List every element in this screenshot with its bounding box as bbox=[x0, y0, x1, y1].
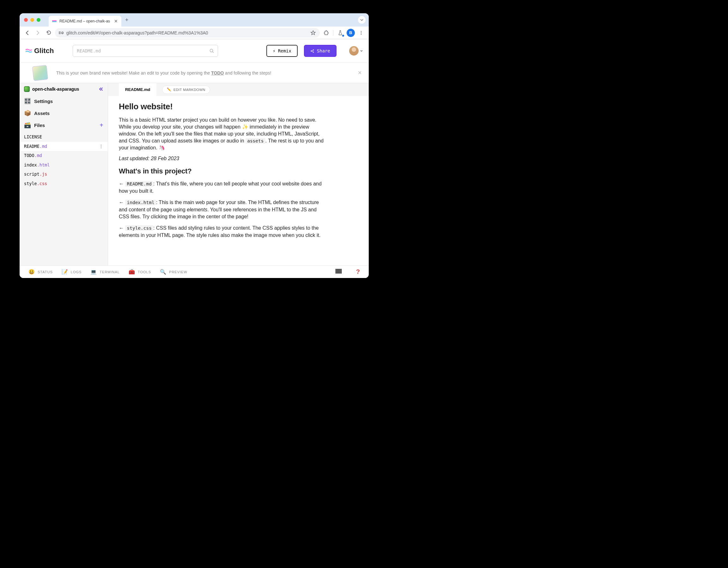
banner-text-pre: This is your own brand new website! Make… bbox=[56, 70, 211, 76]
sidebar-item-files[interactable]: 🗃️ Files + bbox=[20, 119, 108, 131]
chrome-menu-button[interactable] bbox=[357, 28, 366, 37]
footer-logs[interactable]: 📝 LOGS bbox=[62, 269, 82, 275]
assets-label: Assets bbox=[34, 111, 50, 116]
pencil-icon: ✏️ bbox=[167, 88, 172, 92]
file-name: LICENSE bbox=[24, 134, 42, 141]
keyboard-icon[interactable] bbox=[336, 269, 342, 275]
browser-tab[interactable]: README.md – open-chalk-as ✕ bbox=[49, 16, 121, 27]
project-name: open-chalk-asparagus bbox=[32, 87, 79, 92]
files-label: Files bbox=[34, 123, 45, 128]
status-label: STATUS bbox=[38, 270, 53, 274]
glitch-footer: 😃 STATUS 📝 LOGS 💻 TERMINAL 🧰 TOOLS 🔍 PRE… bbox=[20, 265, 369, 278]
tab-favicon-icon bbox=[52, 19, 57, 24]
sidebar-item-assets[interactable]: 📦 Assets bbox=[20, 107, 108, 119]
svg-rect-3 bbox=[59, 33, 61, 33]
profile-button[interactable]: B bbox=[347, 29, 355, 37]
editor-content: Hello website! This is a basic HTML star… bbox=[108, 96, 369, 265]
sidebar-item-settings[interactable]: 🎛️ Settings bbox=[20, 95, 108, 107]
logs-label: LOGS bbox=[71, 270, 82, 274]
file-name: script bbox=[24, 171, 39, 178]
remix-label: Remix bbox=[278, 48, 291, 53]
glitch-logo[interactable]: Glitch bbox=[25, 47, 54, 55]
arrow-icon: ← bbox=[119, 225, 124, 231]
chrome-toolbar: glitch.com/edit/#!/open-chalk-asparagus?… bbox=[20, 27, 369, 39]
banner-todo-link[interactable]: TODO bbox=[211, 70, 224, 76]
svg-rect-1 bbox=[52, 21, 57, 22]
back-button[interactable] bbox=[23, 28, 32, 37]
file-item-index[interactable]: index.html bbox=[20, 160, 108, 170]
glitch-logo-text: Glitch bbox=[34, 47, 54, 55]
share-label: Share bbox=[317, 48, 330, 53]
remix-button[interactable]: ⚡ Remix bbox=[266, 45, 298, 57]
footer-terminal[interactable]: 💻 TERMINAL bbox=[90, 269, 120, 275]
file-item-todo[interactable]: TODO.md bbox=[20, 151, 108, 160]
intro-banner: This is your own brand new website! Make… bbox=[20, 63, 369, 83]
file-item-license[interactable]: LICENSE bbox=[20, 132, 108, 142]
banner-text: This is your own brand new website! Make… bbox=[56, 70, 360, 76]
project-selector[interactable]: open-chalk-asparagus bbox=[20, 83, 108, 95]
close-window-button[interactable] bbox=[24, 18, 28, 22]
svg-point-10 bbox=[210, 49, 213, 52]
readme-h2: What's in this project? bbox=[119, 167, 358, 175]
project-icon bbox=[24, 86, 30, 92]
file-more-icon[interactable]: ⋮ bbox=[99, 143, 103, 150]
readme-intro: This is a basic HTML starter project you… bbox=[119, 117, 327, 151]
tab-close-icon[interactable]: ✕ bbox=[114, 19, 118, 23]
arrow-icon: ← bbox=[119, 200, 124, 205]
svg-line-16 bbox=[312, 51, 313, 52]
edit-markdown-button[interactable]: ✏️ EDIT MARKDOWN bbox=[162, 86, 210, 94]
new-tab-button[interactable]: + bbox=[125, 17, 129, 23]
banner-text-post: and following the steps! bbox=[224, 70, 271, 76]
tabs-dropdown-button[interactable] bbox=[358, 16, 366, 24]
readme-item-style: ← style.css: CSS files add styling rules… bbox=[119, 225, 327, 239]
sidebar: open-chalk-asparagus 🎛️ Settings 📦 Asset… bbox=[20, 83, 108, 265]
extensions-icon[interactable] bbox=[322, 28, 331, 37]
settings-icon: 🎛️ bbox=[24, 98, 31, 105]
toolbar-divider bbox=[333, 30, 333, 36]
file-item-script[interactable]: script.js bbox=[20, 170, 108, 179]
glitch-body: open-chalk-asparagus 🎛️ Settings 📦 Asset… bbox=[20, 83, 369, 265]
item-code: README.md bbox=[125, 181, 153, 187]
user-menu-chevron-icon[interactable] bbox=[360, 49, 363, 52]
banner-close-icon[interactable]: ✕ bbox=[358, 70, 362, 76]
minimize-window-button[interactable] bbox=[30, 18, 34, 22]
profile-letter: B bbox=[349, 30, 352, 35]
item-em: elements bbox=[187, 207, 207, 212]
item-code: style.css bbox=[125, 225, 153, 231]
add-file-button[interactable]: + bbox=[100, 122, 103, 129]
svg-rect-6 bbox=[62, 33, 63, 33]
file-ext: .js bbox=[39, 171, 47, 178]
file-ext: .md bbox=[34, 152, 42, 159]
bookmark-star-icon[interactable] bbox=[310, 30, 316, 36]
svg-rect-2 bbox=[59, 32, 61, 32]
svg-rect-4 bbox=[59, 33, 61, 34]
search-icon bbox=[209, 49, 214, 53]
share-icon bbox=[310, 49, 314, 53]
site-info-icon[interactable] bbox=[59, 31, 64, 35]
footer-tools[interactable]: 🧰 TOOLS bbox=[129, 269, 151, 275]
maximize-window-button[interactable] bbox=[37, 18, 40, 22]
help-icon[interactable]: ? bbox=[356, 268, 360, 275]
url-bar[interactable]: glitch.com/edit/#!/open-chalk-asparagus?… bbox=[55, 28, 320, 38]
assets-icon: 📦 bbox=[24, 110, 31, 117]
footer-status[interactable]: 😃 STATUS bbox=[28, 269, 53, 275]
share-button[interactable]: Share bbox=[304, 45, 337, 57]
file-item-readme[interactable]: README.md ⋮ bbox=[20, 142, 108, 151]
collapse-sidebar-icon[interactable] bbox=[98, 87, 103, 91]
search-placeholder: README.md bbox=[77, 48, 101, 53]
terminal-icon: 💻 bbox=[90, 269, 97, 275]
url-text: glitch.com/edit/#!/open-chalk-asparagus?… bbox=[66, 30, 308, 35]
file-list: LICENSE README.md ⋮ TODO.md index.html s… bbox=[20, 131, 108, 189]
svg-rect-0 bbox=[52, 20, 57, 21]
footer-preview[interactable]: 🔍 PREVIEW bbox=[160, 269, 187, 275]
forward-button[interactable] bbox=[33, 28, 42, 37]
editor-area: README.md ✏️ EDIT MARKDOWN Hello website… bbox=[108, 83, 369, 265]
labs-icon[interactable] bbox=[336, 28, 345, 37]
search-input[interactable]: README.md bbox=[73, 45, 218, 57]
banner-illustration-icon bbox=[32, 65, 48, 81]
user-avatar[interactable] bbox=[349, 46, 359, 56]
file-item-style[interactable]: style.css bbox=[20, 179, 108, 189]
editor-tab-readme[interactable]: README.md bbox=[119, 83, 156, 96]
intro-code: assets bbox=[246, 138, 265, 144]
reload-button[interactable] bbox=[44, 28, 53, 37]
